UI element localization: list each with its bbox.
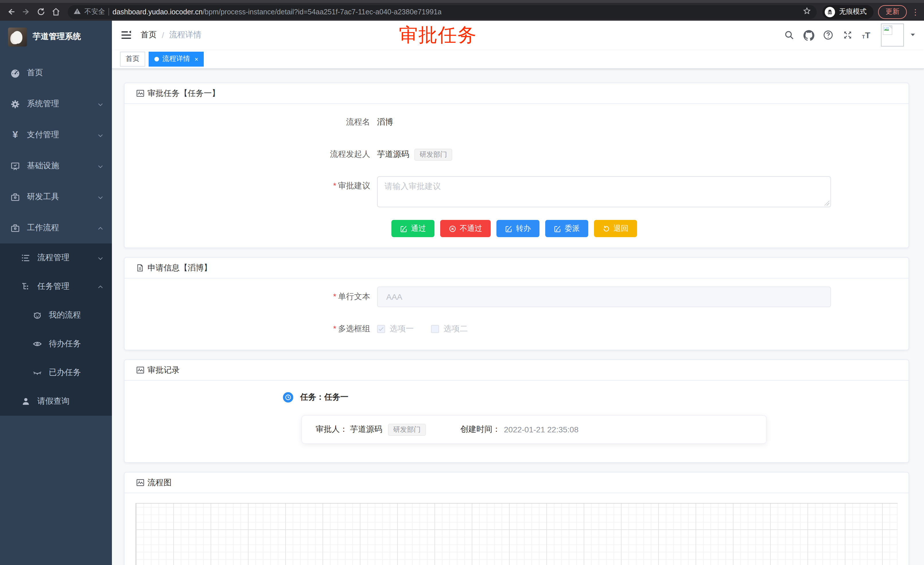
forward-icon[interactable]: [20, 6, 32, 18]
sidebar-item-my-process[interactable]: 我的流程: [0, 301, 112, 329]
edit-icon: [554, 225, 561, 232]
clock-icon: [283, 392, 293, 403]
approver-value: 芋道源码: [350, 424, 382, 435]
warning-icon: [74, 7, 81, 17]
sidebar-item-leave-query[interactable]: 请假查询: [0, 387, 112, 416]
checkbox-option-1: 选项一: [377, 324, 414, 334]
face-icon: [32, 310, 42, 320]
list-icon: [21, 253, 30, 263]
sidebar-collapse-icon[interactable]: [120, 29, 133, 41]
active-dot: [154, 57, 159, 61]
incognito-badge: 无痕模式: [822, 5, 873, 19]
process-name-label: 流程名: [136, 117, 377, 128]
approver-label: 审批人：: [316, 424, 348, 435]
edit-icon: [400, 225, 408, 232]
picture-outline-icon: [136, 89, 145, 98]
sidebar-item-done-tasks[interactable]: 已办任务: [0, 358, 112, 387]
text-field-row: *单行文本 AAA: [136, 287, 897, 307]
sidebar-item-task-mgmt[interactable]: 任务管理: [0, 272, 112, 301]
sidebar: 芋道管理系统 首页 系统管理 ¥ 支付管理: [0, 21, 112, 565]
approve-button[interactable]: 通过: [392, 220, 435, 237]
refresh-icon: [603, 225, 610, 232]
chevron-down-icon: [97, 101, 104, 107]
yen-icon: ¥: [10, 130, 20, 140]
text-field-label: *单行文本: [136, 292, 377, 302]
approval-card-header: 审批任务【任务一】: [124, 83, 909, 104]
resize-grip[interactable]: [824, 200, 829, 206]
eye-closed-icon: [32, 368, 42, 377]
help-icon[interactable]: [822, 29, 834, 41]
suggestion-label: *审批建议: [136, 176, 377, 191]
record-detail-box: 审批人： 芋道源码 研发部门 创建时间： 2022-01-21 22:35:08: [301, 415, 767, 444]
approval-record-card: 审批记录 任务：任务一 审批人： 芋道源码 研发部门 创建时间：: [124, 359, 909, 463]
eye-open-icon: [32, 339, 42, 349]
caret-down-icon[interactable]: [910, 30, 916, 40]
sidebar-item-devtools[interactable]: 研发工具: [0, 182, 112, 212]
textarea-placeholder: 请输入审批建议: [384, 182, 441, 191]
page: 不安全 dashboard.yudao.iocoder.cn/bpm/proce…: [0, 0, 924, 565]
home-icon[interactable]: [50, 6, 62, 18]
browser-menu-icon[interactable]: ⋮: [911, 7, 920, 17]
github-icon[interactable]: [803, 29, 814, 41]
starter-label: 流程发起人: [136, 149, 377, 159]
url-bar[interactable]: 不安全 dashboard.yudao.iocoder.cn/bpm/proce…: [68, 5, 817, 19]
suggestion-textarea[interactable]: 请输入审批建议: [377, 176, 831, 207]
process-name-value: 滔博: [377, 117, 393, 128]
approval-card-title: 审批任务【任务一】: [147, 88, 220, 98]
tags-view: 首页 流程详情 ×: [112, 50, 924, 69]
reload-icon[interactable]: [34, 6, 47, 18]
sidebar-item-system[interactable]: 系统管理: [0, 89, 112, 119]
dashboard-icon: [10, 68, 20, 78]
checkbox-option-2: 选项二: [431, 324, 468, 334]
font-size-icon[interactable]: TT: [861, 29, 873, 41]
browser-chrome: 不安全 dashboard.yudao.iocoder.cn/bpm/proce…: [0, 0, 924, 21]
transfer-button[interactable]: 转办: [496, 220, 540, 237]
search-icon[interactable]: [783, 29, 795, 41]
apply-card-title: 申请信息【滔博】: [147, 263, 212, 273]
dept-tag: 研发部门: [414, 149, 452, 161]
created-label: 创建时间：: [460, 424, 501, 435]
workflow-submenu: 流程管理 任务管理 我的流程 待办任务: [0, 243, 112, 416]
process-name-row: 流程名 滔博: [136, 112, 897, 133]
sidebar-item-pay[interactable]: ¥ 支付管理: [0, 119, 112, 150]
avatar[interactable]: [881, 24, 904, 47]
bpmn-canvas[interactable]: [135, 503, 898, 565]
app-title: 芋道管理系统: [33, 32, 81, 42]
picture-outline-icon: [136, 366, 145, 374]
breadcrumb-home[interactable]: 首页: [141, 30, 157, 40]
picture-outline-icon: [136, 478, 145, 487]
return-button[interactable]: 退回: [594, 220, 637, 237]
fullscreen-icon[interactable]: [842, 29, 854, 41]
delegate-button[interactable]: 委派: [545, 220, 588, 237]
back-icon[interactable]: [4, 6, 17, 18]
divider: [108, 8, 109, 15]
sidebar-item-home[interactable]: 首页: [0, 57, 112, 89]
reject-button[interactable]: 不通过: [440, 220, 491, 237]
app-logo-row[interactable]: 芋道管理系统: [0, 21, 112, 53]
sidebar-item-infra[interactable]: 基础设施: [0, 150, 112, 182]
monitor-icon: [10, 161, 20, 171]
chevron-up-icon: [97, 283, 104, 290]
starter-row: 流程发起人 芋道源码 研发部门: [136, 144, 897, 165]
chevron-up-icon: [97, 224, 104, 231]
approval-task-card: 审批任务【任务一】 流程名 滔博 流程发起人 芋道源码 研发部门: [124, 83, 909, 248]
update-button[interactable]: 更新: [878, 5, 907, 19]
incognito-icon: [825, 7, 835, 17]
security-label: 不安全: [84, 7, 105, 17]
bookmark-star-icon[interactable]: [803, 7, 811, 17]
approval-actions: 通过 不通过 转办 委: [392, 220, 897, 237]
toolbox-icon: [10, 223, 20, 233]
tab-home[interactable]: 首页: [120, 51, 145, 66]
circle-close-icon: [449, 225, 456, 232]
sidebar-item-workflow[interactable]: 工作流程: [0, 212, 112, 243]
sidebar-item-todo-tasks[interactable]: 待办任务: [0, 329, 112, 358]
sidebar-item-process-mgmt[interactable]: 流程管理: [0, 243, 112, 272]
text-field-input: AAA: [377, 287, 831, 307]
checkbox-group: 选项一 选项二: [377, 324, 468, 334]
document-icon: [136, 263, 145, 272]
close-icon[interactable]: ×: [195, 56, 198, 62]
tab-process-detail[interactable]: 流程详情 ×: [148, 51, 204, 66]
chevron-down-icon: [97, 162, 104, 169]
toolbox-icon: [10, 192, 20, 202]
apply-card-header: 申请信息【滔博】: [124, 258, 909, 278]
